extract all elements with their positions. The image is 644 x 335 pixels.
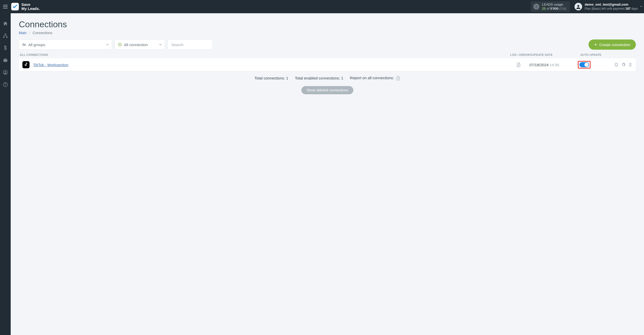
- enabled-connections: Total enabled connections: 1: [295, 76, 343, 80]
- plus-icon: [594, 43, 597, 46]
- sidebar-item-connections[interactable]: [2, 33, 8, 39]
- logo-text-line1: Save: [21, 3, 40, 7]
- page-title: Connections: [19, 19, 636, 29]
- home-icon: [3, 21, 8, 26]
- svg-rect-6: [3, 37, 5, 38]
- logo-badge: [11, 3, 19, 10]
- show-deleted-button[interactable]: Show deleted connections: [301, 86, 353, 94]
- report-document-button[interactable]: [396, 76, 400, 81]
- leads-usage-box: LEADS usage: 25 of 5'000 (1%): [531, 1, 570, 12]
- user-icon: [576, 4, 581, 9]
- search-input[interactable]: [167, 39, 213, 50]
- filter-toolbar: All groups All connection Create connect…: [19, 39, 636, 50]
- usage-of-text: of: [547, 7, 549, 10]
- logo-text: Save My Leads.: [21, 3, 40, 11]
- gear-icon: [621, 62, 626, 67]
- column-header-name: ALL CONNECTIONS: [20, 53, 510, 56]
- toggle-knob: [584, 63, 589, 67]
- sidebar-item-billing[interactable]: [2, 45, 8, 51]
- sidebar: [0, 13, 11, 335]
- info-icon: [533, 4, 539, 10]
- update-date: 07/18/2024: [529, 63, 549, 67]
- auto-update-cell: [578, 61, 612, 69]
- delete-button[interactable]: [628, 62, 632, 67]
- plan-prefix: Plan |: [585, 7, 592, 10]
- document-icon: [516, 62, 521, 67]
- create-connection-label: Create connection: [599, 43, 630, 47]
- svg-rect-14: [616, 64, 618, 66]
- svg-point-12: [5, 85, 6, 86]
- report-all: Report on all connections:: [350, 76, 400, 81]
- chevron-down-icon[interactable]: [639, 5, 643, 8]
- hamburger-menu-button[interactable]: [0, 5, 11, 8]
- breadcrumb-separator: /: [29, 31, 30, 35]
- stats-line: Total connections: 1 Total enabled conne…: [19, 76, 636, 81]
- connection-filter-label: All connection: [124, 43, 148, 47]
- plan-mid: | left until payment: [600, 7, 625, 10]
- log-button[interactable]: [508, 62, 529, 67]
- highlighted-toggle: [578, 61, 591, 69]
- app-logo[interactable]: Save My Leads.: [11, 3, 40, 11]
- sidebar-item-account[interactable]: [2, 69, 8, 75]
- user-plan-line: Plan |Basic| left until payment 167 days: [585, 7, 638, 11]
- svg-point-1: [536, 6, 537, 6]
- table-header-row: ALL CONNECTIONS LOG / ERRORS UPDATE DATE…: [19, 53, 636, 56]
- user-menu[interactable]: demo_sml_test@gmail.com Plan |Basic| lef…: [575, 3, 638, 11]
- dollar-icon: [3, 45, 8, 50]
- document-icon: [396, 76, 400, 81]
- usage-label: LEADS usage:: [542, 3, 566, 7]
- update-time: 14:56: [550, 63, 559, 67]
- sidebar-item-help[interactable]: [2, 82, 8, 88]
- menu-icon: [3, 5, 8, 8]
- groups-select[interactable]: All groups: [19, 39, 112, 50]
- copy-icon: [614, 62, 619, 67]
- connection-filter-select[interactable]: All connection: [115, 39, 165, 50]
- svg-rect-15: [615, 63, 617, 66]
- total-connections: Total connections: 1: [255, 76, 288, 80]
- copy-button[interactable]: [614, 62, 619, 67]
- plan-days: 167: [625, 7, 631, 10]
- breadcrumb-current: Connections: [33, 31, 52, 35]
- column-header-auto: AUTO UPDATE: [580, 53, 614, 56]
- groups-select-label: All groups: [28, 43, 45, 47]
- update-date-cell: 07/18/2024 14:56: [529, 63, 578, 67]
- tiktok-icon: [24, 62, 28, 67]
- play-circle-icon: [118, 43, 122, 47]
- source-app-icon: [22, 61, 30, 68]
- column-header-date: UPDATE DATE: [532, 53, 580, 56]
- avatar: [575, 3, 582, 10]
- chevron-down-icon: [159, 43, 162, 46]
- trash-icon: [628, 62, 632, 67]
- usage-percent: (1%): [559, 7, 566, 10]
- plan-days-unit: days: [632, 7, 638, 10]
- svg-point-10: [5, 71, 6, 72]
- svg-rect-5: [5, 34, 6, 35]
- connection-name-link[interactable]: TikTok - Worksection: [33, 63, 508, 67]
- svg-rect-7: [6, 37, 7, 38]
- column-header-log: LOG / ERRORS: [510, 53, 532, 56]
- svg-rect-8: [4, 59, 7, 62]
- plan-name: Basic: [592, 7, 600, 10]
- app-header: Save My Leads. LEADS usage: 25 of 5'000 …: [0, 0, 644, 13]
- table-row: TikTok - Worksection 07/18/2024 14:56: [19, 58, 636, 71]
- usage-total: 5'000: [550, 7, 558, 10]
- usage-used: 25: [542, 7, 545, 10]
- svg-point-4: [577, 5, 579, 7]
- auto-update-toggle[interactable]: [579, 62, 589, 67]
- chevron-down-icon: [106, 43, 109, 46]
- sitemap-icon: [3, 33, 8, 38]
- svg-rect-2: [536, 6, 537, 8]
- user-circle-icon: [3, 70, 8, 75]
- user-email: demo_sml_test@gmail.com: [585, 3, 638, 7]
- breadcrumb-main[interactable]: Main: [19, 31, 26, 35]
- sidebar-item-tools[interactable]: [2, 57, 8, 63]
- check-icon: [12, 4, 18, 9]
- breadcrumb: Main / Connections: [19, 31, 636, 35]
- folder-icon: [22, 43, 26, 46]
- sidebar-item-home[interactable]: [2, 20, 8, 26]
- briefcase-icon: [3, 58, 8, 63]
- create-connection-button[interactable]: Create connection: [589, 39, 636, 50]
- show-deleted-wrap: Show deleted connections: [19, 86, 636, 94]
- settings-button[interactable]: [621, 62, 626, 67]
- logo-text-line2: My Leads.: [21, 7, 40, 11]
